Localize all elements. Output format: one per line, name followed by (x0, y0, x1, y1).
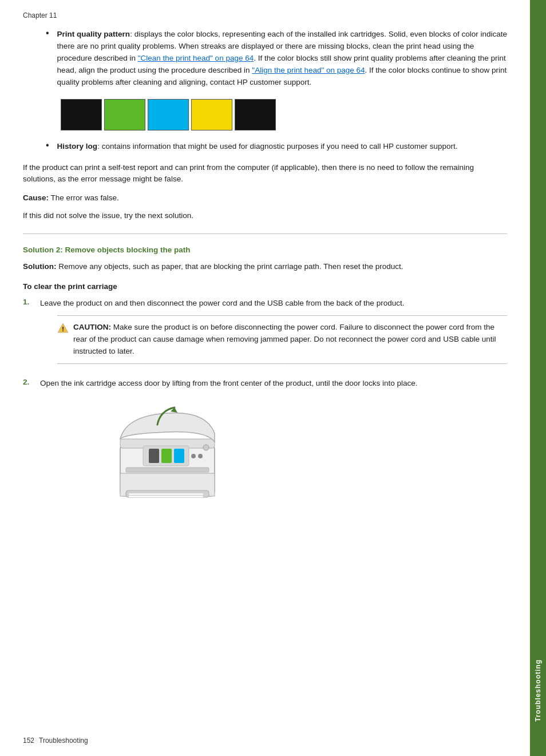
svg-rect-17 (174, 449, 184, 463)
body-para-1: If the product can print a self-test rep… (23, 162, 507, 186)
caution-text: Make sure the product is on before disco… (73, 323, 496, 355)
main-content: Chapter 11 • Print quality pattern: disp… (0, 0, 530, 756)
caution-content: CAUTION: Make sure the product is on bef… (73, 322, 507, 358)
step-1-text: Leave the product on and then disconnect… (40, 298, 507, 370)
svg-rect-6 (129, 496, 203, 497)
step-2-text: Open the ink cartridge access door by li… (40, 378, 507, 523)
page-number: 152 (23, 737, 34, 745)
step-1-number: 1. (23, 298, 40, 306)
procedure-heading: To clear the print carriage (23, 282, 507, 291)
bullet-item-1: • Print quality pattern: displays the co… (46, 29, 507, 89)
footer: 152 Troubleshooting (23, 737, 507, 745)
solution-heading: Solution 2: Remove objects blocking the … (23, 246, 507, 254)
caution-label: CAUTION: (73, 323, 111, 331)
step-2: 2. Open the ink cartridge access door by… (23, 378, 507, 523)
link-align-print-head[interactable]: "Align the print head" on page 64 (252, 66, 365, 74)
svg-point-10 (191, 454, 196, 458)
bullet-text-2: History log: contains information that m… (57, 141, 507, 153)
footer-label: Troubleshooting (39, 737, 88, 745)
svg-rect-15 (149, 449, 159, 463)
caution-box: ! CAUTION: Make sure the product is on b… (57, 315, 507, 364)
bullet-dot-2: • (46, 140, 49, 151)
svg-point-12 (203, 445, 209, 450)
svg-rect-16 (161, 449, 172, 463)
solution-text: Remove any objects, such as paper, that … (56, 262, 403, 271)
print-quality-term: Print quality pattern (57, 30, 130, 38)
page-container: Chapter 11 • Print quality pattern: disp… (0, 0, 546, 756)
sidebar: Troubleshooting (530, 0, 546, 756)
solution-label: Solution: (23, 262, 56, 271)
bullet-dot-1: • (46, 28, 49, 38)
history-log-term: History log (57, 142, 98, 151)
cause-para: Cause: The error was false. (23, 192, 507, 204)
color-blocks-image (61, 99, 507, 130)
printer-illustration (109, 399, 235, 513)
cause-text: The error was false. (49, 193, 119, 202)
step-2-number: 2. (23, 378, 40, 386)
section-divider (23, 233, 507, 234)
color-block-yellow (191, 99, 232, 130)
chapter-label: Chapter 11 (23, 11, 507, 19)
bullet-section: • Print quality pattern: displays the co… (46, 29, 507, 153)
solution-body: Solution: Remove any objects, such as pa… (23, 261, 507, 273)
svg-rect-13 (126, 468, 209, 472)
step-1: 1. Leave the product on and then disconn… (23, 298, 507, 370)
caution-icon: ! (57, 322, 69, 338)
step-2-body: Open the ink cartridge access door by li… (40, 379, 418, 387)
bullet-item-2: • History log: contains information that… (46, 141, 507, 153)
numbered-list: 1. Leave the product on and then disconn… (23, 298, 507, 523)
bullet2-body: : contains information that might be use… (97, 142, 457, 151)
caution-triangle-icon: ! (57, 322, 69, 334)
color-block-black1 (61, 99, 102, 130)
bullet-text-1: Print quality pattern: displays the colo… (57, 29, 507, 89)
next-solution-para: If this did not solve the issue, try the… (23, 210, 507, 222)
step-1-body: Leave the product on and then disconnect… (40, 299, 404, 307)
sidebar-label: Troubleshooting (534, 659, 542, 722)
color-block-black2 (235, 99, 276, 130)
link-clean-print-head[interactable]: "Clean the print head" on page 64 (138, 54, 254, 62)
printer-svg (109, 399, 235, 513)
color-block-green (104, 99, 145, 130)
svg-point-9 (198, 454, 203, 458)
svg-text:!: ! (62, 326, 64, 333)
cause-label: Cause: (23, 193, 49, 202)
svg-rect-5 (129, 493, 203, 495)
color-block-cyan (148, 99, 189, 130)
